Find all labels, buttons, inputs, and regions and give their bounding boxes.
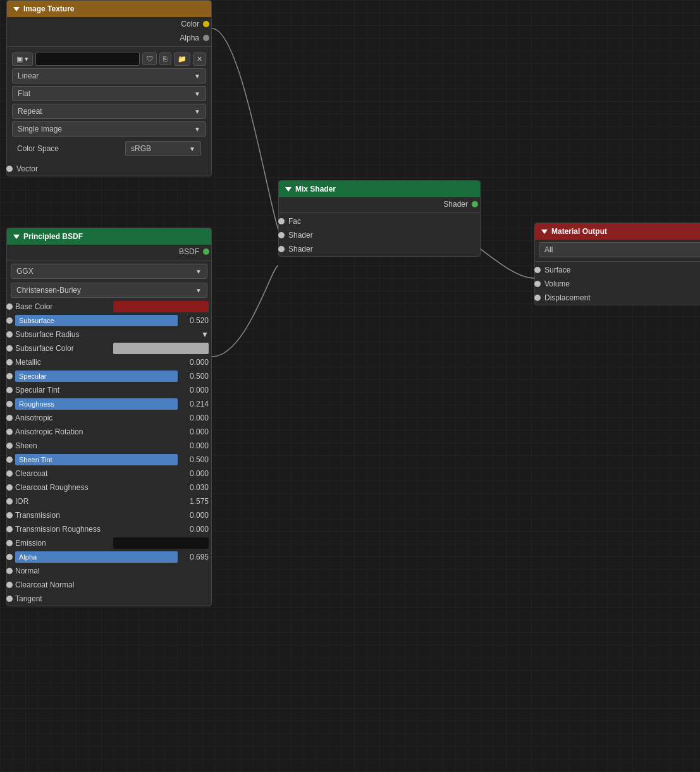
material-output-node: Material Output All ▼ Surface Volume Dis… [534,223,700,305]
img-preview-btn[interactable]: ▣ ▾ [12,52,33,66]
mix-shader1-dot[interactable] [278,232,285,238]
mix-shader2-dot[interactable] [278,246,285,252]
param-sheen-tint: Sheen Tint 0.500 [7,453,211,467]
output-alpha-row: Alpha [7,31,211,45]
material-output-triangle[interactable] [541,230,548,234]
source-select[interactable]: Single Image ▼ [12,121,206,137]
mix-shader-output-dot[interactable] [472,201,478,207]
param-subsurface-color-swatch[interactable] [113,343,209,354]
folder-btn[interactable]: 📁 [174,52,190,66]
bsdf-output-dot[interactable] [203,248,209,255]
param-subsurface-label: Subsurface [19,317,54,324]
material-volume-dot[interactable] [534,281,541,287]
param-clearcoat-roughness-label: Clearcoat Roughness [15,483,178,492]
output-alpha-dot[interactable] [203,35,209,41]
close-btn[interactable]: ✕ [193,52,206,66]
param-sheen-value: 0.000 [180,441,209,450]
param-anisotropic-label: Anisotropic [15,414,178,422]
material-output-dropdown-value: All [544,245,553,254]
param-clearcoat-roughness-dot[interactable] [6,484,13,491]
param-roughness-bar[interactable]: Roughness [15,398,178,410]
params-container: Base Color Subsurface 0.520 Subsurface R… [7,300,211,606]
material-surface-row: Surface [535,263,700,277]
param-emission-dot[interactable] [6,540,13,546]
color-space-select[interactable]: sRGB ▼ [125,141,201,156]
param-subsurface-radius-dot[interactable] [6,331,13,338]
mix-shader-header: Mix Shader [279,181,480,197]
param-subsurface-color-dot[interactable] [6,345,13,352]
mix-shader1-row: Shader [279,228,480,242]
param-base-color-dot[interactable] [6,303,13,310]
param-sheen-dot[interactable] [6,443,13,449]
param-sheen-tint-dot[interactable] [6,456,13,463]
param-specular-tint-dot[interactable] [6,387,13,393]
param-subsurface-radius-chevron: ▼ [201,330,209,339]
output-color-dot[interactable] [203,21,209,27]
param-clearcoat-value: 0.000 [180,469,209,478]
material-output-dropdown[interactable]: All ▼ [539,242,700,257]
mix-fac-dot[interactable] [278,218,285,224]
pbsdf-header: Principled BSDF [7,228,211,245]
mix-shader-title: Mix Shader [295,185,336,193]
param-subsurface-dot[interactable] [6,317,13,324]
param-transmission: Transmission 0.000 [7,508,211,522]
param-metallic: Metallic 0.000 [7,355,211,369]
param-subsurface-color: Subsurface Color [7,341,211,355]
param-roughness-value: 0.214 [180,400,209,408]
param-anisotropic-value: 0.000 [180,414,209,422]
param-anisotropic: Anisotropic 0.000 [7,411,211,425]
output-color-label: Color [181,20,199,28]
mix-shader-output-label: Shader [443,200,468,209]
subsurface-method-select[interactable]: Christensen-Burley ▼ [11,283,207,298]
param-tangent-dot[interactable] [6,596,13,602]
param-ior-label: IOR [15,497,178,506]
material-output-dropdown-wrapper: All ▼ [535,240,700,260]
param-clearcoat-normal-dot[interactable] [6,582,13,588]
pbsdf-collapse-triangle[interactable] [13,235,20,239]
shield-btn[interactable]: 🛡 [142,52,157,65]
collapse-triangle[interactable] [13,7,20,11]
material-surface-dot[interactable] [534,267,541,273]
param-transmission-dot[interactable] [6,512,13,518]
param-specular-bar[interactable]: Specular [15,371,178,382]
param-transmission-roughness: Transmission Roughness 0.000 [7,522,211,536]
distribution-value: GGX [16,267,34,276]
param-sheen-tint-bar[interactable]: Sheen Tint [15,454,178,465]
color-space-value: sRGB [131,144,151,153]
extension-select[interactable]: Repeat ▼ [12,104,206,119]
param-anisotropic-dot[interactable] [6,415,13,421]
param-emission-swatch[interactable] [113,537,209,549]
mix-fac-label: Fac [288,217,301,226]
param-specular-dot[interactable] [6,373,13,379]
param-alpha-value: 0.695 [180,553,209,561]
param-transmission-roughness-dot[interactable] [6,526,13,532]
distribution-select[interactable]: GGX ▼ [11,264,207,279]
material-volume-label: Volume [544,279,570,288]
param-normal: Normal [7,564,211,578]
param-clearcoat-dot[interactable] [6,470,13,477]
interpolation-chevron: ▼ [194,73,200,80]
param-subsurface: Subsurface 0.520 [7,314,211,328]
param-subsurface-bar[interactable]: Subsurface [15,315,178,326]
param-subsurface-radius-label: Subsurface Radius [15,330,199,339]
param-alpha-label: Alpha [19,553,37,561]
param-ior: IOR 1.575 [7,494,211,508]
interpolation-select[interactable]: Linear ▼ [12,68,206,83]
param-metallic-value: 0.000 [180,358,209,367]
param-alpha-bar[interactable]: Alpha [15,551,178,563]
param-base-color-swatch[interactable] [113,301,209,312]
param-roughness-dot[interactable] [6,401,13,407]
mix-shader2-row: Shader [279,242,480,256]
copy-btn[interactable]: ⎘ [159,52,171,65]
param-anisotropic-rotation-dot[interactable] [6,429,13,435]
mix-shader-triangle[interactable] [285,187,292,192]
param-metallic-dot[interactable] [6,359,13,365]
param-normal-dot[interactable] [6,568,13,574]
projection-select[interactable]: Flat ▼ [12,86,206,101]
param-ior-dot[interactable] [6,498,13,505]
image-texture-title: Image Texture [23,4,74,13]
param-alpha-dot[interactable] [6,554,13,560]
vector-input-dot[interactable] [6,166,13,172]
material-displacement-dot[interactable] [534,295,541,301]
img-name-input[interactable] [35,52,140,66]
